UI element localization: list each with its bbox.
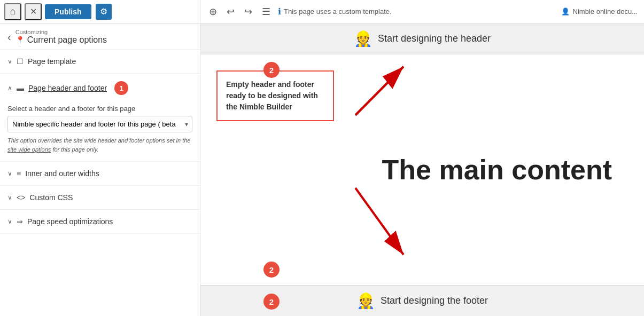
select-header-footer-label: Select a header and a footer for this pa… [7, 105, 192, 113]
svg-line-2 [355, 67, 404, 115]
site-wide-options-link[interactable]: site wide options [7, 146, 51, 153]
header-footer-icon: ▬ [17, 84, 24, 92]
location-icon: 📍 [15, 36, 25, 44]
page-template-label: Page template [28, 57, 76, 66]
main-content-text: The main content [382, 154, 612, 186]
section-header-footer: ∧ ▬ Page header and footer 1 Select a he… [0, 74, 200, 162]
header-footer-select[interactable]: Nimble specific header and footer for th… [7, 116, 192, 132]
settings-button[interactable]: ⚙ [96, 4, 112, 20]
top-bar-right: ⊕ ↩ ↪ ☰ ℹ This page uses a custom templa… [200, 0, 644, 23]
back-button[interactable]: ‹ [7, 31, 11, 43]
svg-line-3 [355, 188, 404, 255]
section-page-template: ∨ ☐ Page template [0, 50, 200, 74]
chevron-down-icon: ∨ [7, 170, 12, 177]
page-body: Empty header and footer ready to be desi… [200, 54, 644, 285]
undo-icon: ↩ [227, 6, 235, 18]
main-layout: ‹ Customizing 📍 Current page options ∨ ☐… [0, 23, 644, 316]
speed-icon: ⇒ [17, 217, 23, 226]
top-bar-left: ⌂ ✕ Publish ⚙ [0, 0, 200, 23]
section-header-footer-body: Select a header and a footer for this pa… [0, 102, 200, 161]
widths-icon: ≡ [17, 169, 21, 178]
sidebar-title: 📍 Current page options [15, 35, 107, 45]
menu-icon: ☰ [262, 6, 270, 18]
section-custom-css: ∨ <> Custom CSS [0, 186, 200, 210]
section-page-template-header[interactable]: ∨ ☐ Page template [0, 50, 200, 73]
redo-icon: ↪ [244, 6, 252, 18]
top-bar: ⌂ ✕ Publish ⚙ ⊕ ↩ ↪ ☰ ℹ This page uses a… [0, 0, 644, 23]
user-icon: 👤 [561, 7, 570, 15]
section-custom-css-header[interactable]: ∨ <> Custom CSS [0, 186, 200, 209]
info-icon: ℹ [278, 6, 281, 17]
page-speed-label: Page speed optimizations [27, 217, 113, 226]
sidebar-title-block: Customizing 📍 Current page options [15, 29, 107, 45]
builder-footer-icon: 👷 [356, 292, 375, 310]
chevron-up-icon: ∧ [7, 84, 12, 92]
widths-label: Inner and outer widths [25, 169, 99, 178]
section-header-footer-header[interactable]: ∧ ▬ Page header and footer 1 [0, 74, 200, 102]
content-area: 👷 Start designing the header Empty heade… [200, 23, 644, 316]
add-button[interactable]: ⊕ [207, 4, 219, 20]
custom-css-label: Custom CSS [29, 193, 73, 202]
css-icon: <> [17, 193, 25, 202]
section-widths: ∨ ≡ Inner and outer widths [0, 162, 200, 186]
sidebar-header: ‹ Customizing 📍 Current page options [0, 23, 200, 50]
page-header-bar[interactable]: 👷 Start designing the header [200, 23, 644, 54]
header-footer-label: Page header and footer [28, 84, 107, 92]
home-icon: ⌂ [10, 6, 16, 17]
badge-top: 2 [263, 62, 280, 78]
footer-bar-text: Start designing the footer [381, 295, 488, 306]
annotation-box: Empty header and footer ready to be desi… [216, 70, 334, 121]
close-icon: ✕ [30, 6, 37, 17]
chevron-down-icon: ∨ [7, 58, 12, 65]
badge-footer: 2 [263, 294, 280, 310]
redo-button[interactable]: ↪ [242, 4, 254, 20]
section-page-speed-header[interactable]: ∨ ⇒ Page speed optimizations [0, 210, 200, 233]
customizing-label: Customizing [15, 29, 107, 35]
chevron-down-icon: ∨ [7, 194, 12, 201]
back-icon: ‹ [7, 31, 11, 43]
header-bar-text: Start designing the header [378, 33, 491, 44]
badge-bottom-body: 2 [263, 262, 280, 278]
plus-circle-icon: ⊕ [209, 6, 217, 18]
user-text: Nimble online docu... [573, 7, 638, 15]
section-widths-header[interactable]: ∨ ≡ Inner and outer widths [0, 162, 200, 185]
section-page-speed: ∨ ⇒ Page speed optimizations [0, 210, 200, 234]
page-notice: ℹ This page uses a custom template. [278, 6, 556, 17]
menu-button[interactable]: ☰ [260, 4, 273, 20]
gear-icon: ⚙ [100, 6, 107, 17]
header-footer-select-wrapper: Nimble specific header and footer for th… [7, 116, 192, 132]
builder-header-icon: 👷 [354, 30, 373, 48]
home-button[interactable]: ⌂ [4, 3, 21, 20]
publish-button[interactable]: Publish [45, 4, 91, 19]
user-info: 👤 Nimble online docu... [561, 7, 638, 15]
sidebar-title-text: Current page options [27, 35, 107, 45]
override-note: This option overrides the site wide head… [7, 136, 192, 154]
undo-button[interactable]: ↩ [224, 4, 237, 20]
close-button[interactable]: ✕ [25, 3, 42, 20]
badge-1: 1 [114, 81, 128, 95]
sidebar: ‹ Customizing 📍 Current page options ∨ ☐… [0, 23, 200, 316]
notice-text: This page uses a custom template. [284, 7, 392, 15]
page-template-icon: ☐ [17, 57, 24, 66]
chevron-down-icon: ∨ [7, 218, 12, 225]
